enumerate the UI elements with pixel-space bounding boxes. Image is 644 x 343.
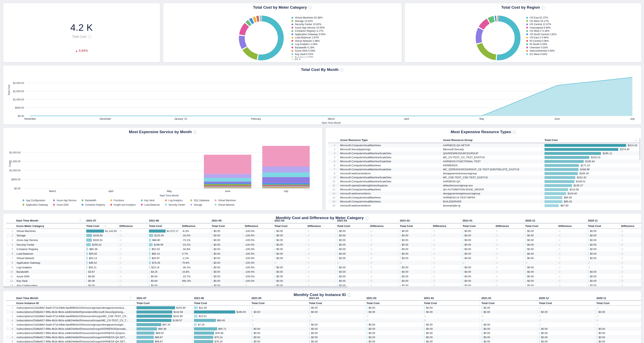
cost-bar[interactable] — [462, 279, 463, 282]
legend-item[interactable]: Virtual Network 2.46% — [292, 39, 326, 43]
bar-segment-security-center[interactable] — [204, 178, 251, 182]
legend-item[interactable]: Unknown 0.03% — [526, 46, 556, 49]
cost-bar[interactable] — [194, 315, 198, 318]
cost-bar[interactable] — [525, 239, 526, 242]
difference-header[interactable]: Difference — [556, 225, 586, 228]
legend-item[interactable]: Load Balancer — [141, 203, 160, 207]
legend-item[interactable]: Unassigned 8.93% — [526, 26, 556, 29]
cost-bar[interactable] — [212, 230, 212, 233]
cost-bar[interactable] — [462, 275, 463, 278]
legend-item[interactable]: Bandwidth — [82, 198, 105, 202]
cost-bar[interactable] — [482, 336, 482, 339]
cost-bar[interactable] — [462, 270, 463, 273]
cost-bar[interactable] — [309, 327, 310, 330]
info-icon[interactable]: i — [347, 293, 351, 297]
cost-bar[interactable] — [544, 192, 566, 195]
legend-item[interactable]: Security Center 10.82% — [292, 23, 326, 26]
cost-bar[interactable] — [194, 327, 217, 330]
legend-item[interactable]: Azure App Service — [53, 198, 76, 202]
cost-bar[interactable] — [544, 180, 574, 183]
info-icon[interactable]: i — [512, 131, 516, 134]
total-cost-header[interactable]: Total Cost — [272, 225, 306, 228]
cost-bar[interactable] — [366, 306, 368, 309]
cost-bar[interactable] — [366, 323, 368, 326]
bar-segment-container-registry[interactable] — [262, 183, 310, 185]
table-row[interactable]: 13microsoft.web/serverfarmsdevappservice… — [328, 191, 640, 195]
table-row[interactable]: 3/subscriptions/12d2db62-5aa9-471d-84bb-… — [6, 314, 641, 318]
table-row[interactable]: 2Microsoft.Security/pricingsMicrosoft.Se… — [328, 147, 640, 151]
cost-bar[interactable] — [525, 284, 526, 286]
table-row[interactable]: 8/subscriptions/20d6a917-99fa-4b1b-9b2e-… — [6, 335, 641, 340]
cost-bar[interactable] — [337, 270, 338, 273]
cost-bar[interactable] — [274, 234, 275, 237]
difference-header[interactable]: Difference — [118, 225, 147, 228]
table-row[interactable]: 5Container Registry$80.36∅$52.53-34.6%$0… — [6, 247, 641, 251]
cost-bar[interactable] — [212, 279, 212, 282]
cost-bar[interactable] — [212, 243, 212, 246]
cost-bar[interactable] — [588, 243, 589, 246]
cost-bar[interactable] — [544, 144, 626, 147]
cost-bar[interactable] — [588, 234, 589, 237]
cost-bar[interactable] — [400, 234, 400, 237]
cost-bar[interactable] — [588, 270, 589, 273]
cost-bar[interactable] — [309, 323, 310, 326]
legend-item[interactable]: US Central 12.47% — [526, 23, 556, 26]
cost-bar[interactable] — [149, 279, 150, 282]
cost-bar[interactable] — [482, 340, 482, 343]
cost-bar[interactable] — [149, 248, 150, 251]
cost-bar[interactable] — [588, 230, 589, 233]
cost-bar[interactable] — [366, 327, 368, 330]
cost-bar[interactable] — [252, 327, 252, 330]
total-cost-header[interactable]: Total Cost — [307, 302, 364, 305]
cost-bar[interactable] — [588, 252, 589, 255]
table-row[interactable]: 1/subscriptions/12d2db62-5aa9-471d-84bb-… — [6, 306, 641, 310]
chevron-down-icon[interactable] — [635, 139, 637, 141]
bar-segment-storage[interactable] — [262, 166, 310, 173]
cost-bar[interactable] — [462, 243, 463, 246]
cost-bar[interactable] — [212, 266, 212, 269]
cost-bar[interactable] — [212, 284, 212, 286]
column-header-type[interactable]: Azure Resource Type — [338, 139, 440, 142]
info-icon[interactable]: i — [193, 131, 196, 134]
cost-bar[interactable] — [366, 311, 368, 314]
cost-bar[interactable] — [525, 243, 526, 246]
table-row[interactable]: 16microsoft.web/serverfarmsdocexample-rg… — [328, 203, 640, 207]
legend-item[interactable]: Functions — [110, 198, 136, 202]
cost-bar[interactable] — [400, 248, 400, 251]
legend-item[interactable]: EU West 0.00% — [526, 53, 556, 56]
table-row[interactable]: 8Application Gateway$46.52∅$79.3570.6%$0… — [6, 261, 641, 265]
cost-bar[interactable] — [274, 284, 275, 286]
difference-header[interactable]: Difference — [306, 225, 335, 228]
cost-bar[interactable] — [525, 248, 526, 251]
cost-bar[interactable] — [588, 279, 589, 282]
cost-bar[interactable] — [274, 270, 275, 273]
difference-header[interactable]: Difference — [368, 225, 398, 228]
cost-bar[interactable] — [596, 311, 597, 314]
cost-bar[interactable] — [274, 252, 275, 255]
cost-bar[interactable] — [149, 266, 150, 269]
first-column-header[interactable]: Azure Instance ID — [6, 302, 135, 305]
cost-bar[interactable] — [274, 275, 275, 278]
table-row[interactable]: 7Virtual Network$52.13∅$50.97-2.2%$0.00-… — [6, 256, 641, 261]
legend-item[interactable]: Load Balancer 2.67% — [292, 36, 326, 39]
cost-bar[interactable] — [149, 243, 152, 246]
cost-bar[interactable] — [149, 230, 166, 233]
total-cost-header[interactable]: Total Cost — [364, 302, 422, 305]
cost-bar[interactable] — [86, 270, 87, 273]
cost-bar[interactable] — [86, 252, 88, 255]
area-fill[interactable] — [30, 77, 632, 116]
legend-item[interactable]: US West 2 5.18% — [526, 29, 556, 33]
cost-bar[interactable] — [544, 164, 579, 167]
bar-segment-load-balancer[interactable] — [204, 186, 251, 187]
table-row[interactable]: 9Microsoft.Compute/virtualMachineScaleSe… — [328, 175, 640, 179]
column-header-cost[interactable]: Total Cost — [542, 139, 640, 142]
table-row[interactable]: 11microsoft.operationalinsights/workspac… — [328, 183, 640, 187]
cost-bar[interactable] — [544, 184, 572, 187]
legend-item[interactable]: US North Central 1.82% — [526, 33, 556, 36]
legend-item[interactable]: App Configuration — [22, 198, 48, 202]
table-row[interactable]: 9/subscriptions/20d6a917-99fa-4b1b-9b2e-… — [6, 340, 641, 343]
cost-bar[interactable] — [136, 306, 175, 309]
table-row[interactable]: 4/subscriptions/20d6a917-99fa-4b1b-9b2e-… — [6, 318, 641, 323]
cost-bar[interactable] — [424, 323, 425, 326]
cost-bar[interactable] — [482, 306, 482, 309]
